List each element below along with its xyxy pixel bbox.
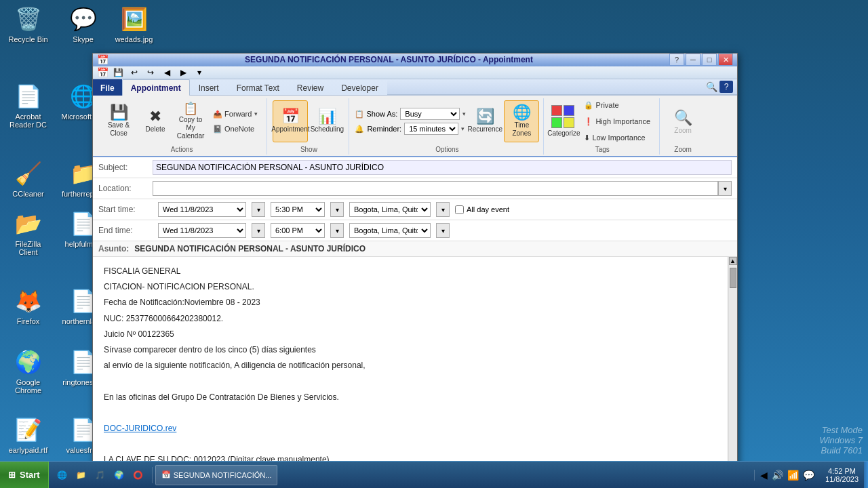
all-day-checkbox[interactable] (455, 205, 464, 214)
copy-calendar-icon: 📋 (183, 102, 198, 115)
appointment-view-icon: 📅 (281, 109, 300, 124)
save-qa-btn[interactable]: 💾 (111, 66, 125, 79)
desktop-icon-recycle-bin[interactable]: 🗑️ Recycle Bin (3, 3, 54, 46)
taskbar-outlook-item[interactable]: 📅 SEGUNDA NOTIFICACIÓN... (155, 465, 278, 485)
acrobat-label: Acrobat Reader DC (5, 113, 51, 129)
end-timezone-select[interactable]: Bogota, Lima, Quito, Rio Bran (349, 223, 431, 238)
start-tz-dropdown-btn[interactable]: ▾ (436, 202, 450, 217)
reminder-select[interactable]: 15 minutes None 5 minutes 30 minutes 1 h… (404, 123, 458, 135)
reminder-arrow: ▾ (461, 125, 465, 132)
subject-input[interactable] (153, 160, 732, 175)
recurrence-btn[interactable]: 🔄 Recurrence (467, 100, 502, 142)
desktop-icon-skype[interactable]: 💬 Skype (58, 3, 108, 46)
show-as-select[interactable]: Busy Free Tentative Out of Office (400, 108, 460, 120)
close-button[interactable]: ✕ (718, 54, 733, 66)
ribbon-search-btn[interactable]: 🔍 (705, 81, 718, 93)
desktop-icon-google-chrome[interactable]: 🌍 Google Chrome (3, 346, 54, 397)
end-date-select[interactable]: Wed 11/8/2023 (158, 223, 246, 238)
maximize-button[interactable]: □ (702, 54, 717, 66)
show-as-arrow: ▾ (462, 110, 466, 117)
forward-btn[interactable]: 📤 Forward ▾ (208, 107, 262, 121)
start-button[interactable]: ⊞ Start (0, 462, 49, 488)
tab-insert[interactable]: Insert (190, 79, 228, 96)
customize-qa-btn[interactable]: ▾ (193, 66, 206, 79)
recurrence-icon: 🔄 (476, 109, 494, 124)
delete-btn[interactable]: ✖ Delete (138, 100, 173, 142)
back-qa-btn[interactable]: ◀ (160, 66, 174, 79)
location-dropdown-btn[interactable]: ▾ (718, 181, 732, 196)
end-time-select[interactable]: 6:00 PM (271, 223, 325, 238)
onenote-btn[interactable]: 📓 OneNote (208, 122, 262, 136)
tray-volume-icon[interactable]: 🔊 (772, 470, 783, 481)
ql-ie2[interactable]: ⭕ (130, 467, 146, 483)
tray-action-center-icon[interactable]: 💬 (803, 470, 814, 481)
start-timezone-select[interactable]: Bogota, Lima, Quito, Rio Bran (349, 202, 431, 217)
ql-ie[interactable]: 🌐 (54, 467, 71, 483)
start-time-label: Start time: (98, 205, 153, 214)
body-content[interactable]: FISCALIA GENERAL CITACION- NOTIFICACION … (93, 257, 728, 477)
forward-qa-btn[interactable]: ▶ (176, 66, 190, 79)
clock-date: 11/8/2023 (825, 475, 859, 483)
start-date-calendar-btn[interactable]: ▾ (252, 202, 265, 217)
doc-juridico-link[interactable]: DOC-JURIDICO.rev (104, 424, 176, 433)
start-time-dropdown-btn[interactable]: ▾ (330, 202, 344, 217)
show-as-row: 📋 Show As: Busy Free Tentative Out of Of… (355, 107, 466, 121)
help-button[interactable]: ? (669, 54, 684, 66)
high-importance-btn[interactable]: ❗ High Importance (579, 115, 655, 128)
start-date-select[interactable]: Wed 11/8/2023 (158, 202, 246, 217)
tray-network-icon[interactable]: 📶 (787, 470, 799, 481)
scroll-thumb[interactable] (730, 268, 736, 288)
ribbon-group-show: 📅 Appointment 📊 Scheduling Show (269, 98, 349, 155)
save-close-btn[interactable]: 💾 Save &Close (101, 100, 136, 142)
clock[interactable]: 4:52 PM 11/8/2023 (820, 467, 864, 483)
ribbon-group-actions: 💾 Save &Close ✖ Delete 📋 Copy to MyCalen… (97, 98, 267, 155)
copy-to-calendar-btn[interactable]: 📋 Copy to MyCalendar (174, 100, 207, 142)
private-btn[interactable]: 🔒 Private (579, 98, 655, 112)
quick-access-toolbar: 📅 💾 ↩ ↪ ◀ ▶ ▾ (93, 66, 737, 79)
redo-qa-btn[interactable]: ↪ (144, 66, 157, 79)
end-time-dropdown-btn[interactable]: ▾ (330, 223, 344, 238)
ql-chrome[interactable]: 🌍 (111, 467, 127, 483)
clock-time: 4:52 PM (825, 467, 859, 475)
tab-developer[interactable]: Developer (332, 79, 387, 96)
zoom-group-label: Zoom (665, 146, 701, 153)
ribbon-help-btn[interactable]: ? (719, 81, 733, 93)
tab-review[interactable]: Review (288, 79, 332, 96)
location-row: Location: ▾ (93, 178, 737, 199)
time-zones-btn[interactable]: 🌐 TimeZones (504, 100, 539, 142)
taskbar-outlook-label: SEGUNDA NOTIFICACIÓN... (174, 471, 272, 479)
low-importance-btn[interactable]: ⬇ Low Importance (579, 131, 655, 144)
desktop-icon-acrobat[interactable]: 📄 Acrobat Reader DC (3, 80, 54, 131)
categorize-btn[interactable]: Categorize (549, 100, 578, 142)
taskbar-items: 📅 SEGUNDA NOTIFICACIÓN... (153, 462, 754, 488)
desktop-icon-earlypaid[interactable]: 📝 earlypaid.rtf (3, 413, 54, 457)
scheduling-btn[interactable]: 📊 Scheduling (309, 100, 344, 142)
acrobat-icon: 📄 (15, 83, 42, 110)
undo-qa-btn[interactable]: ↩ (127, 66, 141, 79)
tab-file[interactable]: File (93, 79, 122, 96)
show-desktop-btn[interactable] (864, 462, 868, 489)
filezilla-icon: 📂 (15, 210, 42, 237)
reminder-row: 🔔 Reminder: 15 minutes None 5 minutes 30… (355, 122, 466, 136)
scroll-up-btn[interactable]: ▲ (729, 257, 737, 265)
end-date-calendar-btn[interactable]: ▾ (252, 223, 265, 238)
tab-appointment[interactable]: Appointment (122, 79, 190, 96)
zoom-btn[interactable]: 🔍 Zoom (665, 100, 701, 142)
desktop-icon-wedads[interactable]: 🖼️ wedads.jpg (108, 3, 159, 46)
desktop-icon-firefox[interactable]: 🦊 Firefox (3, 285, 54, 328)
desktop-icon-filezilla[interactable]: 📂 FileZilla Client (3, 207, 54, 259)
end-tz-dropdown-btn[interactable]: ▾ (436, 223, 450, 238)
location-input[interactable] (153, 181, 718, 196)
ql-folder[interactable]: 📁 (73, 467, 90, 483)
tray-arrow-btn[interactable]: ◀ (760, 470, 768, 481)
body-scrollbar[interactable]: ▲ ▼ (728, 257, 737, 477)
start-time-select[interactable]: 5:30 PM (271, 202, 325, 217)
minimize-button[interactable]: ─ (686, 54, 701, 66)
desktop-icon-ccleaner[interactable]: 🧹 CCleaner (3, 157, 54, 201)
actions-group-label: Actions (101, 146, 262, 153)
subject-row: Subject: (93, 157, 737, 178)
appointment-view-btn[interactable]: 📅 Appointment (273, 100, 308, 142)
delete-icon: ✖ (149, 109, 161, 124)
tab-format-text[interactable]: Format Text (228, 79, 288, 96)
ql-media[interactable]: 🎵 (92, 467, 108, 483)
